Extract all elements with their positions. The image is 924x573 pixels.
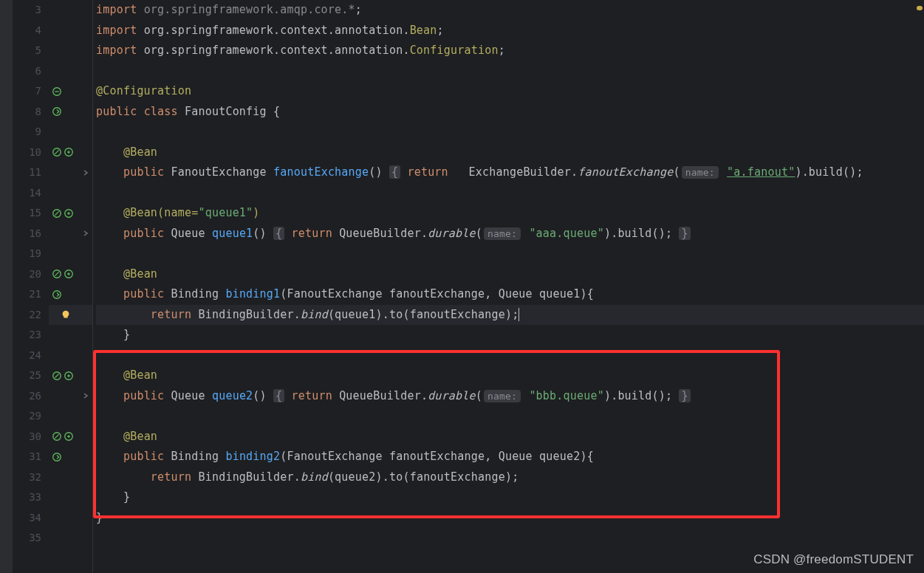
code-line[interactable]: public Queue queue2() { return QueueBuil… [96, 386, 924, 407]
code-line[interactable]: public Binding binding1(FanoutExchange f… [96, 284, 924, 305]
line-number: 19 [13, 244, 49, 264]
scrollbar-marker-warning [917, 6, 923, 10]
line-number: 16 [13, 224, 49, 244]
bean-gutter-icon[interactable] [64, 371, 74, 381]
code-line[interactable]: } [96, 325, 924, 346]
watermark: CSDN @freedomSTUDENT [753, 552, 914, 567]
line-number: 30 [13, 427, 49, 447]
bean-gutter-icon[interactable] [64, 147, 74, 157]
code-area[interactable]: import org.springframework.amqp.core.*; … [93, 0, 924, 573]
line-number: 32 [13, 467, 49, 488]
left-edge-strip [0, 0, 13, 573]
line-number: 3 [13, 0, 49, 21]
svg-point-8 [53, 291, 61, 299]
line-number: 34 [13, 508, 49, 529]
code-line[interactable]: } [96, 508, 924, 529]
scrollbar-vertical[interactable] [914, 0, 924, 573]
line-number: 35 [13, 528, 49, 549]
bulb-icon[interactable] [61, 309, 71, 320]
bean-gutter-icon[interactable] [52, 371, 62, 381]
bean-gutter-icon[interactable] [52, 431, 62, 442]
code-line-active[interactable]: return BindingBuilder.bind(queue1).to(fa… [96, 305, 924, 326]
line-number: 10 [13, 143, 49, 163]
bean-gutter-icon[interactable] [64, 208, 74, 219]
bean-gutter-icon[interactable] [52, 208, 62, 219]
code-line[interactable] [96, 122, 924, 143]
param-hint: name: [484, 227, 521, 240]
line-number: 9 [13, 122, 49, 143]
code-line[interactable]: @Configuration [96, 81, 924, 102]
code-line[interactable]: public Queue queue1() { return QueueBuil… [96, 224, 924, 244]
bean-gutter-icon[interactable] [64, 431, 74, 442]
code-line[interactable]: import org.springframework.context.annot… [96, 41, 924, 61]
line-number: 23 [13, 325, 49, 346]
param-hint: name: [682, 166, 719, 179]
line-number: 31 [13, 447, 49, 467]
bean-gutter-icon[interactable] [52, 269, 62, 279]
code-line[interactable]: public FanoutExchange fanoutExchange() {… [96, 162, 924, 183]
bean-nav-icon[interactable] [52, 452, 62, 462]
line-number: 11 [13, 162, 49, 183]
param-hint: name: [484, 390, 521, 402]
bean-gutter-icon[interactable] [52, 86, 62, 97]
bean-nav-icon[interactable] [52, 106, 62, 117]
line-number: 8 [13, 102, 49, 123]
code-line[interactable] [96, 346, 924, 366]
line-number: 5 [13, 41, 49, 61]
code-line[interactable] [96, 61, 924, 82]
line-number: 33 [13, 487, 49, 508]
code-line[interactable]: @Bean(name="queue1") [96, 203, 924, 224]
code-line[interactable]: @Bean [96, 427, 924, 447]
chevron-right-icon[interactable] [82, 392, 89, 399]
code-line[interactable] [96, 244, 924, 264]
code-line[interactable] [96, 406, 924, 427]
code-line[interactable]: import org.springframework.context.annot… [96, 21, 924, 41]
chevron-right-icon[interactable] [82, 169, 89, 176]
line-number: 6 [13, 61, 49, 82]
line-number: 20 [13, 264, 49, 285]
code-line[interactable] [96, 183, 924, 204]
code-line[interactable]: return BindingBuilder.bind(queue2).to(fa… [96, 467, 924, 488]
line-number-gutter: 3 4 5 6 7 8 9 10 11 14 15 16 19 20 21 22… [13, 0, 49, 573]
line-number: 24 [13, 346, 49, 366]
code-line[interactable]: @Bean [96, 366, 924, 386]
code-line[interactable]: } [96, 487, 924, 508]
gutter-icons [49, 0, 93, 573]
line-number: 15 [13, 203, 49, 224]
bean-nav-icon[interactable] [52, 289, 62, 300]
svg-point-13 [53, 453, 61, 462]
bean-gutter-icon[interactable] [52, 147, 62, 157]
chevron-right-icon[interactable] [82, 230, 89, 237]
line-number: 26 [13, 386, 49, 407]
line-number: 29 [13, 406, 49, 427]
line-number: 14 [13, 183, 49, 204]
line-number: 25 [13, 366, 49, 386]
code-line[interactable]: @Bean [96, 264, 924, 285]
code-line[interactable] [96, 528, 924, 549]
code-line[interactable]: public class FanoutConfig { [96, 102, 924, 123]
code-line[interactable]: import org.springframework.amqp.core.*; [96, 0, 924, 21]
line-number: 21 [13, 284, 49, 305]
editor: 3 4 5 6 7 8 9 10 11 14 15 16 19 20 21 22… [0, 0, 924, 573]
bean-gutter-icon[interactable] [64, 269, 74, 279]
svg-point-1 [53, 108, 61, 116]
line-number: 22 [13, 305, 49, 326]
code-line[interactable]: public Binding binding2(FanoutExchange f… [96, 447, 924, 467]
line-number: 7 [13, 81, 49, 102]
line-number: 4 [13, 21, 49, 41]
code-line[interactable]: @Bean [96, 143, 924, 163]
